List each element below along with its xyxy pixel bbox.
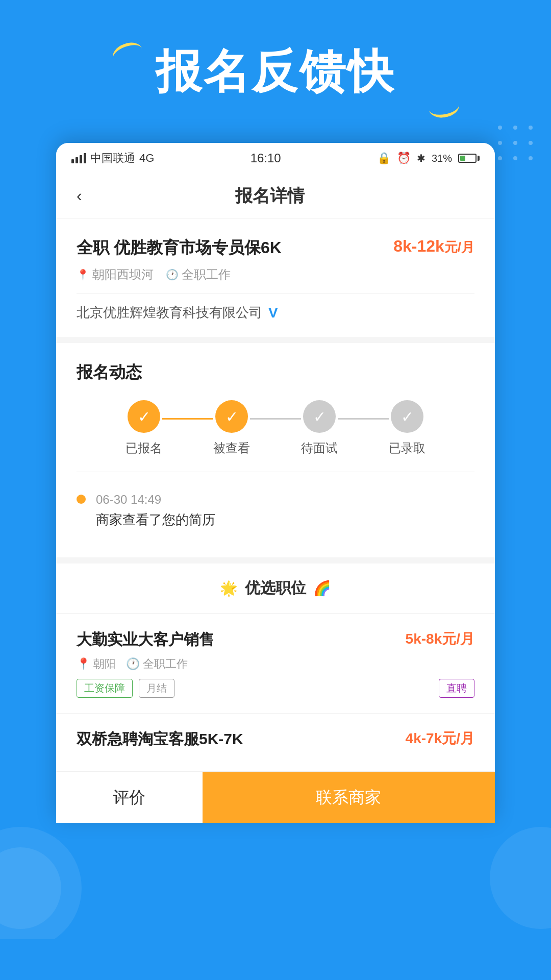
svg-point-10 (0, 847, 61, 929)
job-list-salary-1: 5k-8k元/月 (406, 629, 474, 649)
section-title: 报名动态 (77, 361, 474, 384)
job-list-meta-1: 📍 朝阳 🕐 全职工作 (77, 656, 474, 672)
sparkle-right-icon: 🌈 (313, 580, 331, 597)
alarm-icon: ⏰ (397, 152, 411, 165)
battery-percent: 31% (432, 153, 452, 164)
svg-point-9 (0, 827, 82, 939)
page-title: 报名详情 (87, 184, 453, 208)
step-1: 已报名 (126, 400, 162, 456)
job-title: 全职 优胜教育市场专员保6K (77, 237, 282, 259)
tag-direct-hire: 直聘 (439, 679, 474, 698)
svg-point-7 (513, 156, 517, 160)
job-list-location-1: 📍 朝阳 (77, 656, 116, 672)
registration-section: 报名动态 已报名 被查看 (56, 343, 495, 557)
phone-frame: 中国联通 4G 16:10 🔒 ⏰ ✱ 31% ‹ 报名详情 全职 优胜教育市场… (56, 143, 495, 823)
status-right: 🔒 ⏰ ✱ 31% (377, 152, 480, 165)
connector-3 (338, 418, 389, 420)
job-list-salary-2: 4k-7k元/月 (406, 729, 474, 748)
job-salary: 8k-12k元/月 (393, 237, 474, 256)
step-4: 已录取 (389, 400, 425, 456)
status-left: 中国联通 4G (71, 151, 154, 166)
nav-bar: ‹ 报名详情 (56, 174, 495, 218)
sparkle-left-icon: 🌟 (220, 580, 238, 597)
carrier-label: 中国联通 (90, 151, 135, 166)
svg-point-4 (513, 141, 517, 145)
tag-salary-guarantee: 工资保障 (77, 679, 133, 698)
network-label: 4G (139, 152, 154, 165)
timeline-dot (77, 495, 86, 504)
job-list-item-2[interactable]: 双桥急聘淘宝客服5K-7K 4k-7k元/月 (56, 714, 495, 772)
salary-amount: 8k-12k (393, 237, 444, 255)
step-2: 被查看 (213, 400, 250, 456)
connector-1 (162, 418, 213, 420)
job-card: 全职 优胜教育市场专员保6K 8k-12k元/月 📍 朝阳西坝河 🕐 全职工作 … (56, 218, 495, 337)
back-button[interactable]: ‹ (71, 181, 87, 210)
status-bar: 中国联通 4G 16:10 🔒 ⏰ ✱ 31% (56, 143, 495, 174)
svg-point-6 (498, 156, 502, 160)
step-3-label: 待面试 (301, 440, 338, 456)
svg-point-0 (498, 126, 502, 130)
signal-bars (71, 153, 86, 163)
step-1-label: 已报名 (126, 440, 162, 456)
battery-icon (458, 154, 480, 163)
svg-point-3 (498, 141, 502, 145)
step-1-circle (128, 400, 160, 433)
job-list-worktype-1: 🕐 全职工作 (126, 656, 188, 672)
company-name: 北京优胜辉煌教育科技有限公司 (77, 304, 262, 322)
svg-point-11 (490, 827, 551, 929)
step-2-label: 被查看 (213, 440, 250, 456)
timeline-item-1: 06-30 14:49 商家查看了您的简历 (77, 482, 474, 539)
evaluate-button[interactable]: 评价 (56, 772, 203, 823)
job-tags-1: 工资保障 月结 直聘 (77, 679, 474, 698)
step-3: 待面试 (301, 400, 338, 456)
time-display: 16:10 (251, 151, 281, 165)
preferred-label: 优选职位 (245, 578, 306, 599)
job-location: 📍 朝阳西坝河 (77, 266, 154, 283)
job-list-item-1[interactable]: 大勤实业大客户销售 5k-8k元/月 📍 朝阳 🕐 全职工作 工资保障 月结 直… (56, 614, 495, 714)
job-list-title-1: 大勤实业大客户销售 (77, 629, 214, 650)
verified-badge: V (268, 305, 278, 321)
timeline-time: 06-30 14:49 (96, 493, 215, 507)
step-3-circle (303, 400, 336, 433)
bottom-action-bar: 评价 联系商家 (56, 772, 495, 823)
job-work-type: 🕐 全职工作 (166, 266, 231, 283)
svg-point-2 (529, 126, 533, 130)
svg-point-8 (529, 156, 533, 160)
connector-2 (250, 418, 301, 420)
contact-button[interactable]: 联系商家 (203, 772, 495, 823)
steps-container: 已报名 被查看 待面试 (77, 400, 474, 456)
tag-monthly-pay: 月结 (139, 679, 174, 698)
step-4-label: 已录取 (389, 440, 425, 456)
bluetooth-icon: ✱ (417, 152, 425, 164)
job-meta: 📍 朝阳西坝河 🕐 全职工作 (77, 266, 474, 283)
job-list-title-2: 双桥急聘淘宝客服5K-7K (77, 729, 243, 750)
lock-icon: 🔒 (377, 152, 391, 165)
timeline-content: 06-30 14:49 商家查看了您的简历 (96, 493, 215, 529)
hero-title: 报名反馈快 (0, 41, 551, 103)
preferred-banner: 🌟 优选职位 🌈 (56, 564, 495, 613)
step-4-circle (391, 400, 423, 433)
company-row: 北京优胜辉煌教育科技有限公司 V (77, 304, 474, 322)
svg-point-5 (529, 141, 533, 145)
step-2-circle (215, 400, 248, 433)
svg-point-1 (513, 126, 517, 130)
salary-unit: 元/月 (444, 239, 474, 255)
timeline-desc: 商家查看了您的简历 (96, 511, 215, 529)
